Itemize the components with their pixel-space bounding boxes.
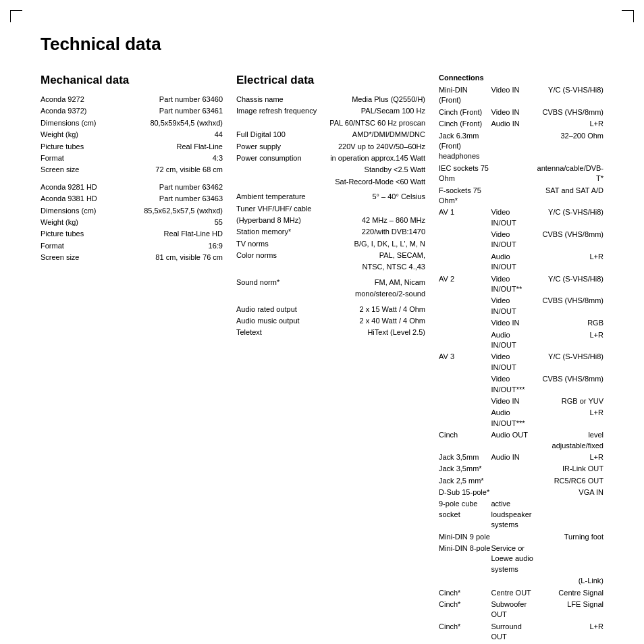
table-row: Cinch (Front)Video INCVBS (VHS/8mm)	[439, 107, 603, 118]
table-row: Aconda 9272Part number 63460	[41, 94, 223, 105]
page: Technical data Mechanical data Aconda 92…	[0, 0, 644, 644]
page-title: Technical data	[41, 34, 603, 55]
table-row: Mini-DIN (Front)Video INY/C (S-VHS/Hi8)	[439, 84, 603, 107]
table-row: Audio IN/OUTL+R	[439, 329, 603, 352]
table-row: (L-Link)	[439, 575, 603, 587]
table-row: Format16:9	[41, 240, 223, 252]
content-columns: Mechanical data Aconda 9272Part number 6…	[41, 74, 603, 644]
table-row: Video IN/OUTCVBS (VHS/8mm)	[439, 229, 603, 251]
table-row: Audio rated output2 x 15 Watt / 4 Ohm	[236, 304, 425, 315]
table-row: Cinch*Centre OUTCentre Signal	[439, 587, 603, 599]
table-row: 9-pole cube socketactive loudspeaker sys…	[439, 498, 603, 531]
table-row: Color normsPAL, SECAM,	[236, 250, 425, 261]
table-row: Full Digital 100AMD*/DMI/DMM/DNC	[236, 129, 425, 140]
table-row: Sat-Record-Mode <60 Watt	[236, 176, 425, 188]
table-row: Audio IN/OUTL+R	[439, 251, 603, 273]
table-row: Aconda 9281 HDPart number 63462	[41, 182, 223, 193]
table-row: Image refresh frequencyPAL/Secam 100 Hz	[236, 105, 425, 117]
table-row: mono/stereo/2-sound	[236, 288, 425, 300]
table-row: Dimensions (cm)85,5x62,5x57,5 (wxhxd)	[41, 205, 223, 217]
table-row: Aconda 9381 HDPart number 63463	[41, 193, 223, 205]
table-row: Picture tubesReal Flat-Line	[41, 141, 223, 153]
table-row: Screen size72 cm, visible 68 cm	[41, 164, 223, 176]
table-row: TV normsB/G, I, DK, L, L', M, N	[236, 238, 425, 250]
table-row: Sound norm*FM, AM, Nicam	[236, 277, 425, 288]
mechanical-section: Mechanical data Aconda 9272Part number 6…	[41, 74, 236, 263]
mechanical-table: Aconda 9272Part number 63460Aconda 9372)…	[41, 94, 223, 263]
table-row: Picture tubesReal Flat-Line HD	[41, 228, 223, 240]
electrical-heading: Electrical data	[236, 74, 425, 87]
table-row: Station memory*220/with DVB:1470	[236, 226, 425, 238]
connections-heading: Connections	[439, 74, 603, 82]
table-row: TeletextHiText (Level 2.5)	[236, 327, 425, 338]
table-row: Dimensions (cm)80,5x59x54,5 (wxhxd)	[41, 117, 223, 129]
table-row: Standby <2.5 Watt	[236, 164, 425, 176]
connections-section: Connections Mini-DIN (Front)Video INY/C …	[439, 74, 603, 644]
table-row: Mini-DIN 9 poleTurning foot	[439, 531, 603, 543]
table-row: Aconda 9372)Part number 63461	[41, 105, 223, 117]
table-row: Audio IN/OUT***L+R	[439, 407, 603, 429]
table-row: Audio music output2 x 40 Watt / 4 Ohm	[236, 315, 425, 327]
table-row: Jack 6.3mm (Front) headphones32–200 Ohm	[439, 130, 603, 163]
table-row: Cinch*Surround OUTL+R	[439, 621, 603, 643]
table-row: Video INRGB or YUV	[439, 396, 603, 407]
table-row: Cinch (Front)Audio INL+R	[439, 118, 603, 130]
table-row: IEC sockets 75 Ohmantenna/cable/DVB-T*	[439, 163, 603, 185]
table-row: Power consumptionin operation approx.145…	[236, 153, 425, 164]
table-row: CinchAudio OUTlevel adjustable/fixed	[439, 429, 603, 452]
table-row: Video IN/OUT***CVBS (VHS/8mm)	[439, 373, 603, 396]
table-row: Jack 3,5mmAudio INL+R	[439, 452, 603, 463]
table-row: Video IN/OUTCVBS (VHS/8mm)	[439, 295, 603, 317]
table-row: (Hyperband 8 MHz)42 MHz – 860 MHz	[236, 215, 425, 226]
table-row: Chassis nameMedia Plus (Q2550/H)	[236, 94, 425, 105]
table-row: Format4:3	[41, 153, 223, 164]
table-row: Cinch*Subwoofer OUTLFE Signal	[439, 599, 603, 621]
table-row: Jack 3,5mm*IR-Link OUT	[439, 463, 603, 475]
table-row: D-Sub 15-pole*VGA IN	[439, 487, 603, 498]
electrical-table: Chassis nameMedia Plus (Q2550/H)Image re…	[236, 94, 425, 339]
table-row: Weight (kg)44	[41, 129, 223, 140]
table-row: Weight (kg)55	[41, 217, 223, 228]
table-row: F-sockets 75 Ohm*SAT and SAT A/D	[439, 185, 603, 207]
table-row: Tuner VHF/UHF/ cable	[236, 203, 425, 215]
corner-mark-tl	[10, 10, 22, 22]
table-row: NTSC, NTSC 4.,43	[236, 261, 425, 273]
table-row: Mini-DIN 8-poleService or Loewe audio sy…	[439, 543, 603, 575]
electrical-section: Electrical data Chassis nameMedia Plus (…	[236, 74, 439, 339]
table-row: Video INRGB	[439, 317, 603, 329]
table-row: AV 3Video IN/OUTY/C (S-VHS/Hi8)	[439, 351, 603, 373]
table-row: Jack 2,5 mm*RC5/RC6 OUT	[439, 475, 603, 487]
table-row: Power supply220V up to 240V/50–60Hz	[236, 141, 425, 153]
connections-table: Mini-DIN (Front)Video INY/C (S-VHS/Hi8)C…	[439, 84, 603, 644]
table-row: AV 1Video IN/OUTY/C (S-VHS/Hi8)	[439, 207, 603, 229]
mechanical-heading: Mechanical data	[41, 74, 223, 87]
table-row: Ambient temperature5° – 40° Celsius	[236, 191, 425, 203]
table-row: AV 2Video IN/OUT**Y/C (S-VHS/Hi8)	[439, 273, 603, 296]
table-row: PAL 60/NTSC 60 Hz proscan	[236, 117, 425, 129]
corner-mark-tr	[622, 10, 634, 22]
table-row: Screen size81 cm, visible 76 cm	[41, 252, 223, 263]
